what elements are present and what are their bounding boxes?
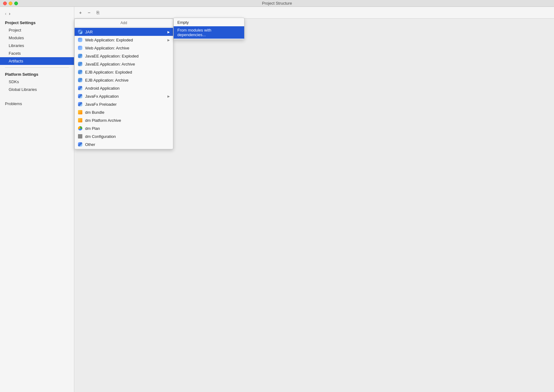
menu-item-javaee-archive[interactable]: JavaEE Application: Archive — [75, 60, 173, 68]
javafx-preloader-icon — [78, 102, 83, 107]
sidebar-item-problems[interactable]: Problems — [0, 100, 74, 108]
add-menu-header: Add — [75, 19, 173, 27]
main-layout: ‹ › Project Settings Project Modules Lib… — [0, 7, 554, 392]
other-icon — [78, 142, 83, 147]
menu-item-web-exploded[interactable]: Web Application: Exploded ▶ — [75, 36, 173, 44]
window-title: Project Structure — [262, 1, 292, 6]
dm-platform-icon — [78, 118, 83, 123]
sidebar-item-global-libraries[interactable]: Global Libraries — [0, 86, 74, 93]
sidebar-item-project[interactable]: Project — [0, 26, 74, 34]
menu-item-ejb-archive[interactable]: EJB Application: Archive — [75, 76, 173, 84]
submenu-item-from-modules[interactable]: From modules with dependencies... — [174, 26, 244, 39]
menu-item-ejb-archive-label: EJB Application: Archive — [85, 78, 128, 83]
problems-section: Problems — [0, 100, 74, 108]
javaee-exploded-icon — [78, 53, 83, 58]
title-bar: Project Structure — [0, 0, 554, 7]
back-arrow[interactable]: ‹ — [5, 11, 6, 16]
menu-item-dm-bundle[interactable]: dm Bundle — [75, 108, 173, 116]
dm-plan-icon — [78, 126, 83, 131]
menu-item-javafx-label: JavaFx Application — [85, 94, 119, 99]
remove-button[interactable]: − — [85, 9, 93, 16]
forward-arrow[interactable]: › — [9, 11, 11, 16]
sidebar-item-sdks[interactable]: SDKs — [0, 78, 74, 86]
copy-button[interactable]: ⎘ — [94, 9, 102, 16]
menu-item-dm-bundle-label: dm Bundle — [85, 110, 104, 115]
menu-item-other-label: Other — [85, 142, 95, 147]
javaee-archive-icon — [78, 62, 83, 66]
sidebar-item-libraries[interactable]: Libraries — [0, 42, 74, 49]
platform-settings-header: Platform Settings — [0, 70, 74, 78]
ejb-archive-icon — [78, 78, 83, 83]
menu-item-javaee-exploded[interactable]: JavaEE Application: Exploded — [75, 52, 173, 60]
menu-item-javafx[interactable]: JavaFx Application ▶ — [75, 92, 173, 100]
jar-submenu: Empty From modules with dependencies... — [173, 18, 245, 40]
menu-item-ejb-exploded-label: EJB Application: Exploded — [85, 70, 132, 75]
sidebar-item-modules[interactable]: Modules — [0, 34, 74, 42]
menu-item-dm-plan-label: dm Plan — [85, 126, 100, 131]
submenu-item-empty[interactable]: Empty — [174, 19, 244, 26]
menu-item-web-archive-label: Web Application: Archive — [85, 46, 129, 50]
javafx-icon — [78, 94, 83, 99]
dm-bundle-icon — [78, 110, 83, 115]
maximize-button[interactable] — [14, 2, 18, 5]
menu-item-web-exploded-label: Web Application: Exploded — [85, 38, 133, 42]
jar-icon — [78, 29, 83, 34]
sidebar: ‹ › Project Settings Project Modules Lib… — [0, 7, 74, 392]
menu-item-javaee-archive-label: JavaEE Application: Archive — [85, 62, 135, 66]
web-exploded-arrow-icon: ▶ — [167, 38, 170, 42]
menu-item-jar-label: JAR — [85, 30, 93, 34]
toolbar: + − ⎘ — [74, 7, 554, 19]
menu-item-javafx-preloader-label: JavaFx Preloader — [85, 102, 117, 107]
menu-item-dm-platform-label: dm Platform Archive — [85, 118, 121, 123]
sidebar-item-facets[interactable]: Facets — [0, 49, 74, 57]
minimize-button[interactable] — [9, 2, 12, 5]
menu-item-dm-config-label: dm Configuration — [85, 134, 116, 139]
menu-item-other[interactable]: Other — [75, 140, 173, 148]
menu-item-web-archive[interactable]: Web Application: Archive — [75, 44, 173, 52]
web-exploded-icon — [78, 37, 83, 42]
menu-item-ejb-exploded[interactable]: EJB Application: Exploded — [75, 68, 173, 76]
menu-item-dm-platform[interactable]: dm Platform Archive — [75, 116, 173, 124]
menu-item-dm-plan[interactable]: dm Plan — [75, 124, 173, 132]
menu-item-android-label: Android Application — [85, 86, 119, 91]
ejb-exploded-icon — [78, 70, 83, 75]
close-button[interactable] — [3, 2, 7, 5]
jar-arrow-icon: ▶ — [167, 30, 170, 34]
submenu-item-empty-label: Empty — [177, 20, 189, 25]
sidebar-item-artifacts[interactable]: Artifacts — [0, 57, 74, 65]
submenu-item-from-modules-label: From modules with dependencies... — [177, 28, 240, 37]
menu-item-jar[interactable]: JAR ▶ — [75, 28, 173, 36]
project-settings-header: Project Settings — [0, 19, 74, 26]
add-menu: Add JAR ▶ Web Application: Exploded ▶ — [74, 19, 173, 149]
javafx-arrow-icon: ▶ — [167, 95, 170, 98]
content-area: + − ⎘ Add JAR ▶ — [74, 7, 554, 392]
dm-config-icon — [78, 134, 83, 139]
add-button[interactable]: + — [77, 9, 84, 16]
sidebar-divider — [5, 67, 69, 68]
web-archive-icon — [78, 45, 83, 50]
menu-item-javafx-preloader[interactable]: JavaFx Preloader — [75, 100, 173, 108]
traffic-lights[interactable] — [3, 2, 18, 5]
android-icon — [78, 86, 83, 91]
nav-arrows: ‹ › — [0, 10, 74, 19]
menu-item-javaee-exploded-label: JavaEE Application: Exploded — [85, 54, 139, 58]
menu-item-dm-config[interactable]: dm Configuration — [75, 132, 173, 140]
menu-item-android[interactable]: Android Application — [75, 84, 173, 92]
